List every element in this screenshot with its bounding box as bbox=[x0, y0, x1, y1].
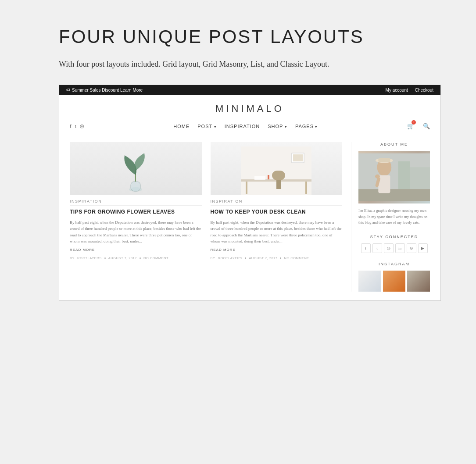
stay-connected-title: STAY CONNECTED bbox=[358, 235, 430, 239]
svg-rect-7 bbox=[246, 182, 247, 194]
facebook-icon[interactable]: f bbox=[70, 123, 72, 129]
page-wrapper: FOUR UNIQUE POST LAYOUTS With four post … bbox=[0, 0, 476, 327]
header-action-icons: 🛒2 🔍 bbox=[407, 123, 430, 130]
svg-rect-16 bbox=[358, 189, 430, 201]
my-account-link[interactable]: My account bbox=[386, 88, 408, 93]
post-meta-comment-1: NO COMMENT bbox=[143, 256, 168, 260]
svg-rect-1 bbox=[131, 182, 140, 191]
post-excerpt-1: By half past eight, when the Deputation … bbox=[70, 219, 202, 245]
svg-rect-14 bbox=[398, 161, 410, 193]
post-meta-comment-2: NO COMMENT bbox=[284, 256, 309, 260]
post-image-plant bbox=[70, 142, 202, 195]
social-btn-instagram[interactable]: ◎ bbox=[384, 243, 394, 253]
post-category-1: INSPIRATION bbox=[70, 199, 202, 206]
plant-illustration bbox=[118, 151, 153, 195]
header-social-icons: f t ◎ bbox=[70, 123, 84, 129]
social-btn-facebook[interactable]: f bbox=[361, 243, 371, 253]
site-header: MINIMALO f t ◎ HOME POST INSPIRATION SHO… bbox=[59, 95, 440, 133]
about-text: I'm Elisa, a graphic designer running my… bbox=[358, 208, 430, 226]
about-image bbox=[358, 151, 430, 203]
post-excerpt-2: By half past eight, when the Deputation … bbox=[211, 219, 343, 245]
instagram-icon[interactable]: ◎ bbox=[80, 123, 84, 129]
tag-icon: 🏷 bbox=[66, 88, 70, 92]
post-meta-date-1: AUGUST 7, 2017 bbox=[108, 256, 137, 260]
topbar-right: My account Checkout bbox=[386, 88, 433, 93]
site-content: INSPIRATION TIPS FOR GROWING FLOWER LEAV… bbox=[59, 133, 440, 300]
nav-home[interactable]: HOME bbox=[173, 124, 190, 129]
post-meta-2: BY ROOTLAYERS AUGUST 7, 2017 NO COMMENT bbox=[211, 256, 343, 260]
svg-rect-6 bbox=[276, 180, 281, 189]
twitter-icon[interactable]: t bbox=[75, 123, 76, 129]
post-meta-author-2: ROOTLAYERS bbox=[218, 256, 243, 260]
post-meta-by-1: BY bbox=[70, 256, 75, 260]
about-me-title: ABOUT ME bbox=[358, 142, 430, 146]
social-btn-twitter[interactable]: t bbox=[372, 243, 382, 253]
svg-rect-12 bbox=[254, 176, 265, 180]
post-category-2: INSPIRATION bbox=[211, 199, 343, 206]
desk-illustration bbox=[241, 146, 311, 195]
svg-point-22 bbox=[375, 175, 380, 178]
search-icon[interactable]: 🔍 bbox=[423, 123, 430, 130]
read-more-2[interactable]: READ MORE bbox=[211, 248, 343, 252]
social-btn-youtube[interactable]: ▶ bbox=[418, 243, 428, 253]
post-card-2: INSPIRATION HOW TO KEEP YOUR DESK CLEAN … bbox=[211, 142, 343, 292]
nav-inspiration[interactable]: INSPIRATION bbox=[225, 124, 260, 129]
dot-3 bbox=[245, 257, 246, 259]
instagram-title: INSTAGRAM bbox=[358, 262, 430, 266]
main-nav: HOME POST INSPIRATION SHOP PAGES bbox=[173, 124, 318, 129]
post-title-2[interactable]: HOW TO KEEP YOUR DESK CLEAN bbox=[211, 208, 343, 216]
site-logo[interactable]: MINIMALO bbox=[70, 103, 430, 119]
instagram-thumb-3[interactable] bbox=[407, 271, 430, 292]
topbar-left: 🏷 Summer Sales Discount Learn More bbox=[66, 88, 143, 93]
cart-badge: 2 bbox=[412, 120, 416, 125]
cart-icon[interactable]: 🛒2 bbox=[407, 123, 419, 130]
nav-pages[interactable]: PAGES bbox=[295, 124, 318, 129]
post-image-desk bbox=[211, 142, 343, 195]
read-more-1[interactable]: READ MORE bbox=[70, 248, 202, 252]
section-desc: With four post layouts included. Grid la… bbox=[59, 58, 441, 71]
nav-shop[interactable]: SHOP bbox=[268, 124, 287, 129]
post-meta-1: BY ROOTLAYERS AUGUST 7, 2017 NO COMMENT bbox=[70, 256, 202, 260]
svg-rect-11 bbox=[268, 175, 269, 179]
social-buttons: f t ◎ in ⊙ ▶ bbox=[358, 243, 430, 253]
sidebar: ABOUT ME bbox=[351, 142, 430, 292]
social-btn-linkedin[interactable]: in bbox=[395, 243, 405, 253]
post-card-1: INSPIRATION TIPS FOR GROWING FLOWER LEAV… bbox=[70, 142, 202, 292]
checkout-link[interactable]: Checkout bbox=[415, 88, 433, 93]
post-meta-author-1: ROOTLAYERS bbox=[77, 256, 102, 260]
posts-area: INSPIRATION TIPS FOR GROWING FLOWER LEAV… bbox=[70, 142, 342, 292]
instagram-thumb-2[interactable] bbox=[383, 271, 406, 292]
nav-row: f t ◎ HOME POST INSPIRATION SHOP PAGES 🛒… bbox=[70, 119, 430, 133]
svg-rect-19 bbox=[378, 158, 390, 162]
social-btn-dribbble[interactable]: ⊙ bbox=[407, 243, 416, 253]
browser-mockup: 🏷 Summer Sales Discount Learn More My ac… bbox=[59, 85, 441, 301]
svg-rect-5 bbox=[272, 171, 285, 180]
svg-rect-10 bbox=[293, 154, 303, 161]
svg-rect-8 bbox=[305, 182, 307, 194]
post-meta-by-2: BY bbox=[211, 256, 215, 260]
instagram-grid bbox=[358, 271, 430, 292]
svg-rect-20 bbox=[378, 175, 390, 193]
nav-post[interactable]: POST bbox=[197, 124, 216, 129]
topbar-promo-text: Summer Sales Discount Learn More bbox=[72, 88, 143, 93]
section-title: FOUR UNIQUE POST LAYOUTS bbox=[59, 26, 441, 47]
dot-1 bbox=[104, 257, 106, 259]
post-meta-date-2: AUGUST 7, 2017 bbox=[249, 256, 277, 260]
topbar: 🏷 Summer Sales Discount Learn More My ac… bbox=[59, 85, 440, 95]
post-title-1[interactable]: TIPS FOR GROWING FLOWER LEAVES bbox=[70, 208, 202, 216]
instagram-thumb-1[interactable] bbox=[358, 271, 381, 292]
dot-2 bbox=[140, 257, 141, 259]
dot-4 bbox=[280, 257, 281, 259]
about-person-illustration bbox=[358, 151, 430, 203]
